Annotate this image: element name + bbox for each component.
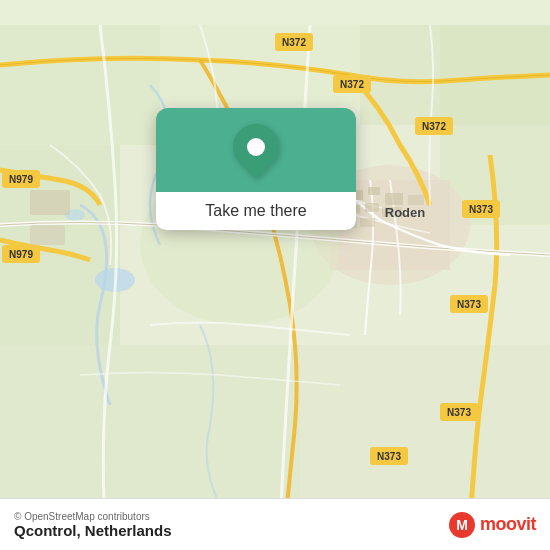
svg-text:N372: N372	[422, 121, 446, 132]
popup-card: Take me there	[156, 108, 356, 230]
svg-text:N372: N372	[282, 37, 306, 48]
map-background: N372 N372 N372 N373 N373 N373 N979 N979 …	[0, 0, 550, 550]
moovit-logo: M moovit	[448, 511, 536, 539]
svg-text:N979: N979	[9, 249, 33, 260]
svg-text:N373: N373	[469, 204, 493, 215]
copyright-text: © OpenStreetMap contributors	[14, 511, 172, 522]
pin-inner	[247, 138, 265, 156]
take-me-there-button[interactable]: Take me there	[156, 192, 356, 230]
svg-rect-16	[368, 187, 380, 195]
svg-rect-21	[408, 195, 424, 205]
svg-text:N979: N979	[9, 174, 33, 185]
svg-text:N373: N373	[457, 299, 481, 310]
location-pin	[223, 114, 288, 179]
svg-text:M: M	[456, 517, 468, 533]
location-name: Qcontrol, Netherlands	[14, 522, 172, 539]
svg-rect-23	[360, 218, 375, 227]
svg-rect-19	[365, 203, 379, 212]
svg-rect-1	[0, 25, 160, 145]
location-name-text: Qcontrol,	[14, 522, 81, 539]
moovit-icon: M	[448, 511, 476, 539]
bottom-bar: © OpenStreetMap contributors Qcontrol, N…	[0, 498, 550, 550]
svg-text:N373: N373	[377, 451, 401, 462]
svg-rect-17	[385, 193, 403, 205]
svg-rect-13	[30, 190, 70, 215]
map-container: N372 N372 N372 N373 N373 N373 N979 N979 …	[0, 0, 550, 550]
svg-rect-14	[30, 225, 65, 245]
svg-text:Roden: Roden	[385, 205, 426, 220]
bottom-bar-left: © OpenStreetMap contributors Qcontrol, N…	[14, 511, 172, 539]
svg-text:N373: N373	[447, 407, 471, 418]
moovit-text: moovit	[480, 514, 536, 535]
svg-text:N372: N372	[340, 79, 364, 90]
location-country-text: Netherlands	[85, 522, 172, 539]
